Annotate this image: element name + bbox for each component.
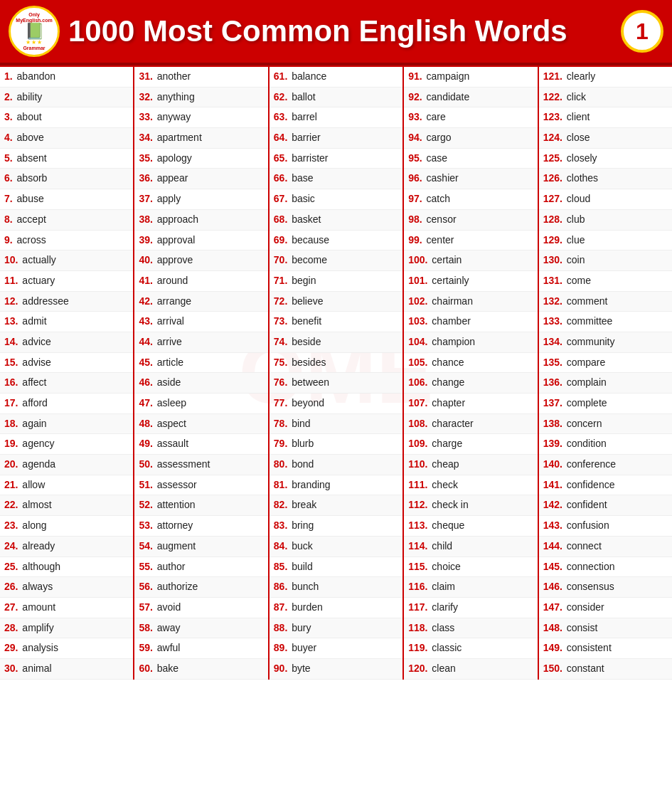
word-number: 80. — [274, 458, 287, 470]
list-item: 23. along — [0, 516, 133, 537]
list-item: 110. cheap — [404, 455, 537, 475]
word-number: 70. — [274, 254, 287, 265]
word-number: 53. — [139, 519, 152, 531]
list-item: 99. center — [404, 231, 537, 251]
list-item: 85. build — [270, 557, 402, 578]
word-number: 9. — [4, 234, 13, 246]
list-item: 109. charge — [404, 434, 537, 455]
word-text: club — [564, 213, 585, 225]
word-text: class — [429, 622, 454, 633]
word-text: allow — [19, 479, 45, 490]
word-text: clue — [564, 234, 585, 246]
list-item: 70. become — [270, 250, 402, 271]
word-number: 144. — [543, 540, 562, 552]
list-item: 31. another — [134, 67, 267, 88]
word-text: claim — [429, 581, 455, 592]
word-text: catch — [424, 193, 450, 204]
word-text: asleep — [154, 397, 186, 408]
word-text: begin — [289, 275, 316, 286]
word-text: across — [14, 234, 46, 246]
word-text: care — [424, 111, 446, 122]
list-item: 54. augment — [134, 537, 267, 557]
list-item: 28. amplify — [0, 618, 133, 639]
word-text: chamber — [429, 315, 470, 327]
list-item: 124. close — [539, 128, 672, 149]
word-text: another — [154, 70, 191, 82]
word-number: 86. — [274, 581, 287, 592]
word-text: character — [429, 418, 473, 429]
list-item: 117. clarify — [404, 598, 537, 618]
list-item: 94. cargo — [404, 128, 537, 149]
word-number: 122. — [543, 91, 562, 102]
word-number: 29. — [4, 642, 18, 653]
list-item: 41. around — [134, 271, 267, 292]
list-item: 14. advice — [0, 332, 133, 353]
list-item: 111. check — [404, 475, 537, 496]
list-item: 123. client — [539, 107, 672, 128]
list-item: 63. barrel — [270, 107, 402, 128]
word-text: article — [154, 357, 183, 368]
list-item: 136. complain — [539, 373, 672, 394]
word-text: chairman — [429, 295, 472, 307]
word-text: along — [19, 519, 46, 531]
word-text: always — [19, 581, 53, 592]
word-number: 133. — [543, 315, 562, 327]
list-item: 22. almost — [0, 495, 133, 516]
word-text: cheap — [429, 458, 459, 470]
word-text: bunch — [289, 581, 319, 592]
list-item: 37. apply — [134, 189, 267, 210]
list-item: 46. aside — [134, 373, 267, 394]
word-text: admit — [19, 315, 46, 327]
list-item: 140. conference — [539, 455, 672, 475]
list-item: 95. case — [404, 149, 537, 169]
word-text: assessment — [154, 458, 210, 470]
word-text: byte — [289, 663, 310, 674]
word-text: believe — [289, 295, 323, 307]
list-item: 3. about — [0, 107, 133, 128]
column-2: 31. another32. anything33. anyway34. apa… — [134, 67, 269, 680]
word-number: 45. — [139, 357, 152, 368]
list-item: 145. connection — [539, 557, 672, 578]
word-number: 42. — [139, 295, 152, 307]
column-5: 121. clearly122. click123. client124. cl… — [539, 67, 672, 680]
logo-book-icon: 📗 — [25, 23, 44, 39]
list-item: 52. attention — [134, 495, 267, 516]
word-number: 132. — [543, 295, 562, 307]
word-number: 38. — [139, 213, 152, 225]
word-number: 40. — [139, 254, 152, 265]
logo-stars: ★★★ — [26, 39, 43, 46]
word-number: 68. — [274, 213, 287, 225]
word-number: 98. — [408, 213, 422, 225]
word-number: 131. — [543, 275, 562, 286]
word-text: awful — [154, 642, 181, 653]
list-item: 143. confusion — [539, 516, 672, 537]
word-number: 106. — [408, 376, 427, 388]
list-item: 88. bury — [270, 618, 402, 639]
list-item: 20. agenda — [0, 455, 133, 475]
word-text: assault — [154, 438, 188, 449]
list-item: 131. come — [539, 271, 672, 292]
word-text: amplify — [19, 622, 53, 633]
word-number: 72. — [274, 295, 287, 307]
list-item: 7. abuse — [0, 189, 133, 210]
list-item: 148. consist — [539, 618, 672, 639]
word-number: 32. — [139, 91, 152, 102]
list-item: 34. apartment — [134, 128, 267, 149]
list-item: 44. arrive — [134, 332, 267, 353]
word-number: 23. — [4, 519, 18, 531]
list-item: 6. absorb — [0, 169, 133, 189]
word-number: 84. — [274, 540, 287, 552]
word-text: connect — [564, 540, 602, 552]
list-item: 106. change — [404, 373, 537, 394]
word-text: clean — [429, 663, 455, 674]
word-text: charge — [429, 438, 462, 449]
word-text: complete — [564, 397, 607, 408]
list-item: 139. condition — [539, 434, 672, 455]
word-number: 10. — [4, 254, 18, 265]
header: OnlyMyEnglish.com 📗 ★★★ Grammar 1000 Mos… — [0, 0, 672, 65]
word-number: 77. — [274, 397, 287, 408]
word-number: 73. — [274, 315, 287, 327]
word-text: client — [564, 111, 590, 122]
word-number: 83. — [274, 519, 287, 531]
word-text: beside — [289, 336, 321, 347]
